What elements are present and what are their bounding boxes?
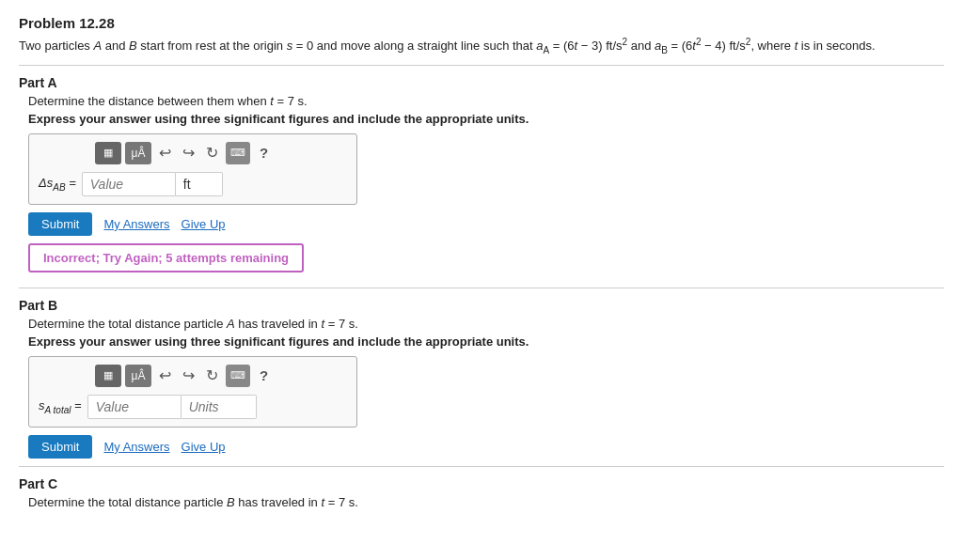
part-b-submit-button[interactable]: Submit <box>28 435 92 459</box>
part-a-instruction: Express your answer using three signific… <box>19 112 944 126</box>
part-b-my-answers-link[interactable]: My Answers <box>103 440 169 454</box>
part-a-my-answers-link[interactable]: My Answers <box>103 217 169 231</box>
help-btn-a[interactable]: ? <box>254 142 274 164</box>
divider-bc <box>19 466 944 467</box>
undo-btn-a[interactable]: ↩ <box>155 142 175 164</box>
part-a-label: Part A <box>19 75 944 90</box>
part-a-btn-row: Submit My Answers Give Up <box>28 212 944 236</box>
refresh-btn-a[interactable]: ↻ <box>202 142 222 164</box>
part-a-value-input[interactable] <box>82 172 176 196</box>
mu-icon-btn-a[interactable]: μÂ <box>125 142 151 164</box>
part-b-section: Part B Determine the total distance part… <box>19 298 944 459</box>
part-b-label: Part B <box>19 298 944 313</box>
part-a-input-row: ΔsAB = ft <box>39 172 347 196</box>
mu-icon-btn-b[interactable]: μÂ <box>125 365 151 387</box>
help-btn-b[interactable]: ? <box>254 365 274 387</box>
keyboard-btn-b[interactable]: ⌨ <box>226 365 250 387</box>
part-a-error-message: Incorrect; Try Again; 5 attempts remaini… <box>28 243 304 272</box>
part-a-toolbar: ▦ μÂ ↩ ↪ ↻ ⌨ ? <box>39 142 347 164</box>
keyboard-btn-a[interactable]: ⌨ <box>226 142 250 164</box>
part-b-input-row: sA total = <box>39 395 347 419</box>
part-c-description: Determine the total distance particle B … <box>19 495 944 509</box>
part-b-btn-row: Submit My Answers Give Up <box>28 435 944 459</box>
part-a-section: Part A Determine the distance between th… <box>19 75 944 280</box>
part-c-label: Part C <box>19 476 944 491</box>
part-b-toolbar: ▦ μÂ ↩ ↪ ↻ ⌨ ? <box>39 365 347 387</box>
refresh-btn-b[interactable]: ↻ <box>202 365 222 387</box>
part-a-answer-box: ▦ μÂ ↩ ↪ ↻ ⌨ ? ΔsAB = ft <box>28 133 357 205</box>
part-b-value-input[interactable] <box>87 395 182 419</box>
redo-btn-a[interactable]: ↪ <box>179 142 198 164</box>
part-b-answer-box: ▦ μÂ ↩ ↪ ↻ ⌨ ? sA total = <box>28 356 357 428</box>
part-a-description: Determine the distance between them when… <box>19 94 944 108</box>
part-b-eq-label: sA total = <box>39 398 82 415</box>
problem-description: Two particles A and B start from rest at… <box>19 37 944 55</box>
problem-title: Problem 12.28 <box>19 15 944 31</box>
divider-top <box>19 65 944 66</box>
grid-icon-btn-a[interactable]: ▦ <box>95 142 121 164</box>
part-b-description: Determine the total distance particle A … <box>19 317 944 331</box>
divider-ab <box>19 288 944 288</box>
part-a-eq-label: ΔsAB = <box>39 176 76 193</box>
part-a-unit-display: ft <box>176 172 223 196</box>
part-b-unit-input[interactable] <box>182 395 257 419</box>
part-b-instruction: Express your answer using three signific… <box>19 334 944 349</box>
grid-icon-btn-b[interactable]: ▦ <box>95 365 121 387</box>
part-b-give-up-link[interactable]: Give Up <box>182 440 226 454</box>
part-a-give-up-link[interactable]: Give Up <box>182 217 226 231</box>
part-c-section: Part C Determine the total distance part… <box>19 476 944 509</box>
undo-btn-b[interactable]: ↩ <box>155 365 175 387</box>
redo-btn-b[interactable]: ↪ <box>179 365 198 387</box>
part-a-submit-button[interactable]: Submit <box>28 212 92 236</box>
